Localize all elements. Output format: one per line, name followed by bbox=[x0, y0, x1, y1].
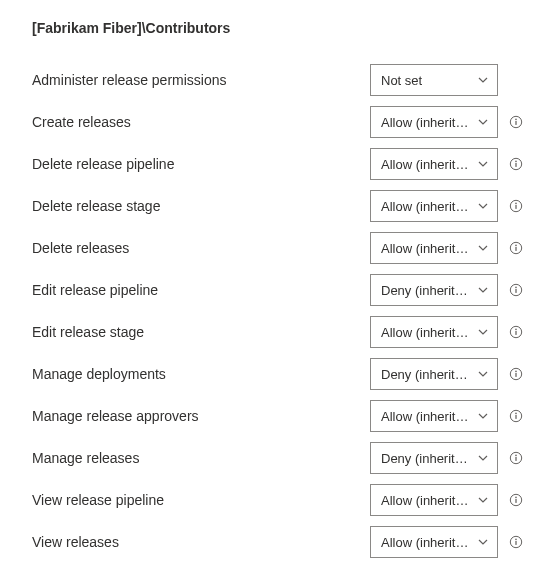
chevron-down-icon bbox=[477, 494, 489, 506]
permission-label: Delete release pipeline bbox=[24, 156, 370, 172]
permission-dropdown-value: Deny (inherited) bbox=[381, 283, 473, 298]
permission-control: Allow (inherited) bbox=[370, 484, 524, 516]
svg-point-13 bbox=[515, 287, 517, 289]
permission-control: Deny (inherited) bbox=[370, 358, 524, 390]
permission-dropdown-value: Allow (inherited) bbox=[381, 157, 473, 172]
chevron-down-icon bbox=[477, 410, 489, 422]
permission-dropdown-value: Not set bbox=[381, 73, 422, 88]
permissions-list: Administer release permissions Not set C… bbox=[24, 60, 524, 562]
info-icon[interactable] bbox=[508, 198, 524, 214]
permission-dropdown-value: Allow (inherited) bbox=[381, 115, 473, 130]
permission-row: View releases Allow (inherited) bbox=[24, 522, 524, 562]
chevron-down-icon bbox=[477, 116, 489, 128]
permission-dropdown[interactable]: Allow (inherited) bbox=[370, 400, 498, 432]
chevron-down-icon bbox=[477, 368, 489, 380]
chevron-down-icon bbox=[477, 326, 489, 338]
chevron-down-icon bbox=[477, 200, 489, 212]
permission-control: Allow (inherited) bbox=[370, 190, 524, 222]
permission-label: Delete releases bbox=[24, 240, 370, 256]
permission-control: Allow (inherited) bbox=[370, 148, 524, 180]
permission-dropdown[interactable]: Allow (inherited) bbox=[370, 106, 498, 138]
permission-row: Manage release approvers Allow (inherite… bbox=[24, 396, 524, 436]
permission-row: View release pipeline Allow (inherited) bbox=[24, 480, 524, 520]
permission-dropdown[interactable]: Deny (inherited) bbox=[370, 274, 498, 306]
permission-label: Manage releases bbox=[24, 450, 370, 466]
svg-rect-29 bbox=[515, 499, 516, 503]
svg-rect-11 bbox=[515, 247, 516, 251]
info-placeholder bbox=[508, 72, 524, 88]
svg-rect-20 bbox=[515, 373, 516, 377]
permission-label: Manage release approvers bbox=[24, 408, 370, 424]
permission-dropdown[interactable]: Allow (inherited) bbox=[370, 316, 498, 348]
permission-label: Administer release permissions bbox=[24, 72, 370, 88]
permission-dropdown-value: Allow (inherited) bbox=[381, 409, 473, 424]
info-icon[interactable] bbox=[508, 534, 524, 550]
permission-row: Create releases Allow (inherited) bbox=[24, 102, 524, 142]
permission-row: Administer release permissions Not set bbox=[24, 60, 524, 100]
permission-label: Edit release stage bbox=[24, 324, 370, 340]
chevron-down-icon bbox=[477, 452, 489, 464]
svg-point-25 bbox=[515, 455, 517, 457]
info-icon[interactable] bbox=[508, 282, 524, 298]
chevron-down-icon bbox=[477, 284, 489, 296]
chevron-down-icon bbox=[477, 158, 489, 170]
permission-row: Delete release pipeline Allow (inherited… bbox=[24, 144, 524, 184]
permission-label: View releases bbox=[24, 534, 370, 550]
permission-row: Edit release pipeline Deny (inherited) bbox=[24, 270, 524, 310]
info-icon[interactable] bbox=[508, 114, 524, 130]
chevron-down-icon bbox=[477, 242, 489, 254]
info-icon[interactable] bbox=[508, 450, 524, 466]
info-icon[interactable] bbox=[508, 240, 524, 256]
svg-point-1 bbox=[515, 119, 517, 121]
permission-dropdown[interactable]: Deny (inherited) bbox=[370, 358, 498, 390]
svg-point-31 bbox=[515, 539, 517, 541]
svg-rect-5 bbox=[515, 163, 516, 167]
svg-point-19 bbox=[515, 371, 517, 373]
svg-rect-14 bbox=[515, 289, 516, 293]
svg-point-7 bbox=[515, 203, 517, 205]
permission-dropdown-value: Deny (inherited) bbox=[381, 451, 473, 466]
permission-dropdown-value: Allow (inherited) bbox=[381, 325, 473, 340]
permission-label: Delete release stage bbox=[24, 198, 370, 214]
permission-dropdown[interactable]: Deny (inherited) bbox=[370, 442, 498, 474]
svg-point-16 bbox=[515, 329, 517, 331]
permission-row: Delete releases Allow (inherited) bbox=[24, 228, 524, 268]
permission-dropdown[interactable]: Allow (inherited) bbox=[370, 484, 498, 516]
chevron-down-icon bbox=[477, 74, 489, 86]
svg-rect-26 bbox=[515, 457, 516, 461]
svg-point-10 bbox=[515, 245, 517, 247]
permission-dropdown-value: Allow (inherited) bbox=[381, 241, 473, 256]
permission-label: Manage deployments bbox=[24, 366, 370, 382]
permission-row: Manage deployments Deny (inherited) bbox=[24, 354, 524, 394]
permission-control: Not set bbox=[370, 64, 524, 96]
svg-point-4 bbox=[515, 161, 517, 163]
chevron-down-icon bbox=[477, 536, 489, 548]
permission-row: Delete release stage Allow (inherited) bbox=[24, 186, 524, 226]
svg-rect-2 bbox=[515, 121, 516, 125]
permission-label: Create releases bbox=[24, 114, 370, 130]
permission-control: Deny (inherited) bbox=[370, 442, 524, 474]
permission-row: Manage releases Deny (inherited) bbox=[24, 438, 524, 478]
permission-dropdown[interactable]: Allow (inherited) bbox=[370, 526, 498, 558]
info-icon[interactable] bbox=[508, 366, 524, 382]
permission-dropdown-value: Allow (inherited) bbox=[381, 535, 473, 550]
permission-control: Allow (inherited) bbox=[370, 232, 524, 264]
svg-rect-17 bbox=[515, 331, 516, 335]
info-icon[interactable] bbox=[508, 156, 524, 172]
info-icon[interactable] bbox=[508, 324, 524, 340]
permission-label: View release pipeline bbox=[24, 492, 370, 508]
permission-dropdown[interactable]: Allow (inherited) bbox=[370, 148, 498, 180]
permission-dropdown[interactable]: Not set bbox=[370, 64, 498, 96]
svg-point-28 bbox=[515, 497, 517, 499]
permission-dropdown[interactable]: Allow (inherited) bbox=[370, 190, 498, 222]
info-icon[interactable] bbox=[508, 408, 524, 424]
permission-dropdown-value: Allow (inherited) bbox=[381, 199, 473, 214]
svg-rect-32 bbox=[515, 541, 516, 545]
permission-dropdown-value: Allow (inherited) bbox=[381, 493, 473, 508]
svg-rect-23 bbox=[515, 415, 516, 419]
identity-header: [Fabrikam Fiber]\Contributors bbox=[32, 20, 524, 36]
info-icon[interactable] bbox=[508, 492, 524, 508]
permission-control: Allow (inherited) bbox=[370, 316, 524, 348]
svg-rect-8 bbox=[515, 205, 516, 209]
permission-dropdown[interactable]: Allow (inherited) bbox=[370, 232, 498, 264]
